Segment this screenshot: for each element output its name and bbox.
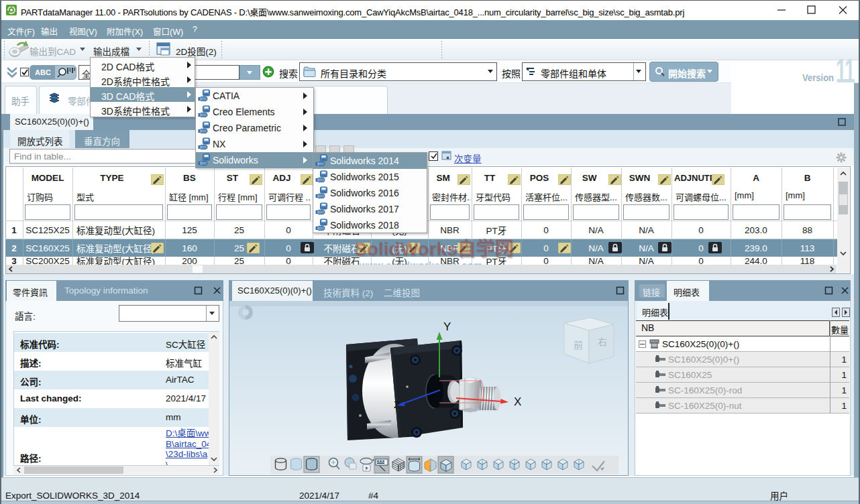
svg-text:X: X <box>514 395 521 408</box>
svg-text:Z: Z <box>394 399 400 410</box>
svg-text:右: 右 <box>598 336 607 347</box>
svg-text:前: 前 <box>574 340 583 351</box>
svg-text:Y: Y <box>443 320 451 333</box>
